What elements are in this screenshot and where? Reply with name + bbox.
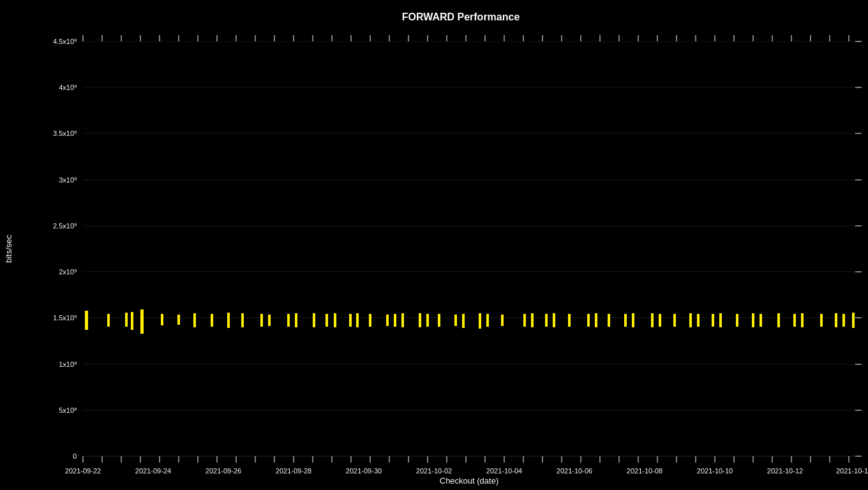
svg-rect-115 xyxy=(268,315,271,326)
svg-rect-138 xyxy=(553,313,555,327)
svg-rect-122 xyxy=(356,313,359,327)
x-label-oct12: 2021-10-12 xyxy=(767,467,803,475)
y-tick-1e9: 1x10⁹ xyxy=(59,360,77,368)
svg-rect-105 xyxy=(125,313,128,327)
svg-rect-131 xyxy=(462,314,465,328)
svg-rect-107 xyxy=(140,309,144,334)
svg-rect-127 xyxy=(419,313,421,327)
svg-rect-112 xyxy=(227,313,230,328)
y-tick-2.5e9: 2.5x10⁹ xyxy=(53,222,77,230)
x-label-sep28: 2021-09-28 xyxy=(276,467,311,475)
x-label-oct04: 2021-10-04 xyxy=(486,467,522,475)
svg-rect-114 xyxy=(260,314,263,327)
svg-rect-155 xyxy=(777,313,780,327)
x-axis-label: Checkout (date) xyxy=(440,476,499,486)
x-label-sep26: 2021-09-26 xyxy=(206,467,241,475)
y-axis-label: bits/sec xyxy=(4,234,13,263)
svg-rect-154 xyxy=(760,314,762,327)
svg-rect-146 xyxy=(659,314,661,327)
svg-rect-118 xyxy=(313,313,315,327)
x-label-oct10: 2021-10-10 xyxy=(697,467,733,475)
svg-rect-161 xyxy=(852,313,855,328)
svg-rect-132 xyxy=(479,313,481,329)
svg-rect-111 xyxy=(211,314,213,327)
svg-rect-150 xyxy=(712,314,714,327)
svg-rect-135 xyxy=(523,314,526,327)
x-label-sep30: 2021-09-30 xyxy=(346,467,382,475)
svg-rect-143 xyxy=(624,314,627,327)
y-tick-3e9: 3x10⁹ xyxy=(59,176,77,184)
svg-rect-128 xyxy=(426,314,429,327)
svg-rect-109 xyxy=(177,315,180,325)
svg-rect-120 xyxy=(334,313,336,327)
svg-rect-103 xyxy=(85,311,88,330)
svg-rect-126 xyxy=(401,313,404,327)
svg-rect-130 xyxy=(454,315,457,326)
svg-rect-156 xyxy=(793,314,796,327)
svg-rect-125 xyxy=(394,314,396,327)
svg-rect-106 xyxy=(131,312,133,330)
svg-rect-149 xyxy=(697,314,700,327)
svg-rect-144 xyxy=(632,313,634,327)
svg-rect-148 xyxy=(689,313,692,327)
svg-rect-142 xyxy=(608,314,610,327)
x-label-oct06: 2021-10-06 xyxy=(557,467,592,475)
y-tick-4e9: 4x10⁹ xyxy=(59,84,77,91)
svg-rect-159 xyxy=(835,313,837,327)
y-tick-1.5e9: 1.5x10⁹ xyxy=(53,314,77,322)
svg-rect-110 xyxy=(193,313,196,327)
svg-rect-136 xyxy=(531,313,534,327)
svg-rect-151 xyxy=(719,313,722,327)
svg-rect-137 xyxy=(545,314,548,327)
x-label-oct14: 2021-10-1 xyxy=(836,467,868,475)
x-label-oct02: 2021-10-02 xyxy=(416,467,452,475)
svg-rect-145 xyxy=(651,313,654,327)
x-label-oct08: 2021-10-08 xyxy=(627,467,662,475)
svg-rect-108 xyxy=(161,314,163,325)
y-tick-3.5e9: 3.5x10⁹ xyxy=(53,130,77,137)
chart-title: FORWARD Performance xyxy=(402,11,520,22)
y-tick-4.5e9: 4.5x10⁹ xyxy=(53,38,77,45)
svg-rect-104 xyxy=(107,314,110,327)
svg-rect-121 xyxy=(349,314,352,327)
svg-rect-134 xyxy=(501,315,504,326)
svg-rect-129 xyxy=(438,314,440,327)
svg-rect-116 xyxy=(287,314,290,327)
chart-container: FORWARD Performance bits/sec Checkout (d… xyxy=(0,0,868,490)
x-label-sep22: 2021-09-22 xyxy=(65,467,101,475)
svg-rect-123 xyxy=(369,314,371,327)
svg-rect-141 xyxy=(595,313,597,327)
svg-rect-113 xyxy=(241,313,244,327)
performance-chart: FORWARD Performance bits/sec Checkout (d… xyxy=(0,0,868,490)
svg-rect-124 xyxy=(386,315,389,326)
svg-rect-0 xyxy=(0,0,868,490)
svg-rect-153 xyxy=(752,313,754,327)
y-tick-2e9: 2x10⁹ xyxy=(59,268,77,276)
svg-rect-152 xyxy=(736,314,738,327)
svg-rect-160 xyxy=(842,314,845,327)
svg-rect-140 xyxy=(587,314,590,327)
svg-rect-119 xyxy=(326,314,328,327)
svg-rect-117 xyxy=(295,313,297,327)
svg-rect-158 xyxy=(820,314,823,327)
y-tick-5e8: 5x10⁸ xyxy=(59,406,77,414)
svg-rect-139 xyxy=(568,314,571,327)
svg-rect-157 xyxy=(801,313,804,327)
svg-rect-133 xyxy=(486,314,489,327)
svg-rect-147 xyxy=(673,314,676,327)
y-tick-0: 0 xyxy=(73,452,77,460)
x-label-sep24: 2021-09-24 xyxy=(135,467,171,475)
